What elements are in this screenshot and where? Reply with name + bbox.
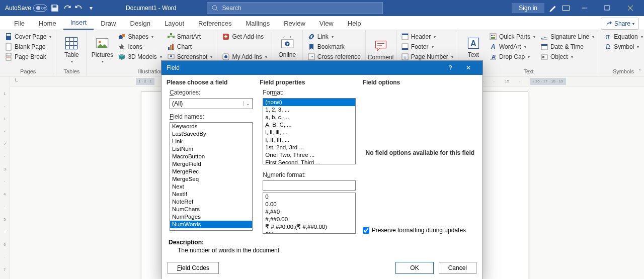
categories-combo[interactable]: (All) ⌄ — [170, 98, 253, 109]
page-break-button[interactable]: Page Break — [3, 52, 53, 61]
save-icon[interactable] — [50, 4, 59, 13]
field-name-item[interactable]: Next — [170, 183, 252, 191]
chevron-down-icon: ⌄ — [243, 101, 250, 106]
header-button[interactable]: Header — [399, 32, 455, 41]
redo-icon[interactable] — [62, 4, 71, 13]
format-item[interactable]: 1, 2, 3, ... — [263, 106, 355, 114]
share-button[interactable]: Share▾ — [601, 18, 639, 30]
chart-button[interactable]: Chart — [166, 42, 214, 51]
svg-point-34 — [224, 55, 227, 58]
blank-page-button[interactable]: Blank Page — [3, 42, 53, 51]
tab-view[interactable]: View — [312, 17, 341, 30]
collapse-ribbon-button[interactable]: ˄ — [638, 68, 641, 74]
equation-button[interactable]: πEquation — [602, 32, 644, 41]
preserve-formatting-checkbox[interactable]: Preserve formatting during updates — [363, 227, 477, 234]
tab-references[interactable]: References — [191, 17, 238, 30]
tab-design[interactable]: Design — [123, 17, 157, 30]
field-name-item[interactable]: Keywords — [170, 123, 252, 130]
sign-in-button[interactable]: Sign in — [512, 3, 544, 13]
format-item[interactable]: A, B, C, ... — [263, 121, 355, 129]
field-name-item[interactable]: NumChars — [170, 206, 252, 213]
quick-parts-button[interactable]: Quick Parts — [488, 32, 537, 41]
format-item[interactable]: One, Two, Three ... — [263, 151, 355, 159]
numeric-format-item[interactable]: 0 — [263, 193, 355, 201]
tab-insert[interactable]: Insert — [63, 16, 94, 30]
undo-icon[interactable] — [74, 4, 84, 13]
smartart-button[interactable]: SmartArt — [166, 32, 214, 41]
field-name-item[interactable]: NumWords — [170, 221, 252, 228]
bookmark-button[interactable]: Bookmark — [306, 42, 362, 51]
date-time-button[interactable]: Date & Time — [539, 42, 596, 51]
table-button[interactable]: Table — [59, 32, 84, 67]
field-name-item[interactable]: MergeSeq — [170, 175, 252, 183]
field-name-item[interactable]: ListNum — [170, 145, 252, 153]
pictures-button[interactable]: Pictures — [90, 32, 114, 67]
field-name-item[interactable]: MergeField — [170, 160, 252, 168]
field-name-item[interactable]: NumPages — [170, 213, 252, 221]
symbol-button[interactable]: ΩSymbol — [602, 42, 644, 51]
ok-button[interactable]: OK — [395, 262, 433, 274]
wordart-button[interactable]: AWordArt — [488, 42, 537, 51]
object-button[interactable]: Object — [539, 52, 596, 61]
numeric-format-item[interactable]: ₹ #,##0.00;(₹ #,##0.00) — [263, 223, 355, 231]
format-item[interactable]: a, b, c, ... — [263, 114, 355, 121]
numeric-format-item[interactable]: 0% — [263, 231, 355, 234]
tab-help[interactable]: Help — [341, 17, 368, 30]
description-text: The number of words in the document — [169, 246, 475, 254]
cover-page-button[interactable]: Cover Page — [3, 32, 53, 41]
minimize-button[interactable] — [575, 0, 594, 16]
ribbon-mode-icon[interactable] — [561, 4, 571, 13]
tab-layout[interactable]: Layout — [157, 17, 191, 30]
cancel-button[interactable]: Cancel — [439, 262, 476, 274]
tab-review[interactable]: Review — [277, 17, 312, 30]
field-name-item[interactable]: NextIf — [170, 191, 252, 198]
format-item[interactable]: First Second, Third ... — [263, 159, 355, 164]
numeric-format-input[interactable] — [263, 180, 355, 191]
icons-button[interactable]: Icons — [116, 42, 163, 51]
get-addins-button[interactable]: Get Add-ins — [220, 32, 268, 41]
tab-mailings[interactable]: Mailings — [239, 17, 277, 30]
field-codes-button[interactable]: Field Codes — [168, 262, 219, 274]
shapes-button[interactable]: Shapes — [116, 32, 163, 41]
numeric-format-listbox[interactable]: 00.00#,##0#,##0.00₹ #,##0.00;(₹ #,##0.00… — [263, 193, 355, 234]
field-name-item[interactable]: MergeRec — [170, 168, 252, 175]
dialog-help-button[interactable]: ? — [441, 64, 459, 71]
numeric-format-item[interactable]: #,##0 — [263, 208, 355, 216]
field-name-item[interactable]: Page — [170, 228, 252, 231]
coming-soon-icon[interactable] — [548, 4, 557, 13]
format-item[interactable]: I, II, III, ... — [263, 136, 355, 144]
maximize-button[interactable] — [598, 0, 617, 16]
numeric-format-item[interactable]: #,##0.00 — [263, 216, 355, 223]
field-name-item[interactable]: MacroButton — [170, 153, 252, 160]
field-name-item[interactable]: NoteRef — [170, 198, 252, 206]
customize-qat-icon[interactable]: ▾ — [87, 4, 96, 13]
svg-rect-41 — [402, 34, 408, 35]
numeric-format-item[interactable]: 0.00 — [263, 201, 355, 208]
field-options-label: Field options — [363, 79, 477, 86]
drop-cap-button[interactable]: ADrop Cap — [488, 52, 537, 61]
tab-home[interactable]: Home — [32, 17, 63, 30]
group-pages: Cover Page Blank Page Page Break Pages — [0, 30, 56, 76]
link-button[interactable]: Link — [306, 32, 362, 41]
signature-line-button[interactable]: Signature Line — [539, 32, 596, 41]
svg-rect-37 — [308, 54, 314, 60]
footer-button[interactable]: Footer — [399, 42, 455, 51]
ribbon-tabs: File Home Insert Draw Design Layout Refe… — [0, 16, 644, 30]
field-name-item[interactable]: Link — [170, 138, 252, 145]
format-item[interactable]: 1st, 2nd, 3rd ... — [263, 144, 355, 151]
field-name-item[interactable]: LastSavedBy — [170, 130, 252, 138]
svg-line-1 — [216, 10, 218, 12]
format-item[interactable]: (none) — [263, 99, 355, 106]
format-listbox[interactable]: (none)1, 2, 3, ...a, b, c, ...A, B, C, .… — [263, 98, 355, 164]
preserve-formatting-input[interactable] — [363, 227, 369, 234]
search-box[interactable]: Search — [207, 2, 383, 14]
tab-draw[interactable]: Draw — [94, 17, 123, 30]
field-names-listbox[interactable]: KeywordsLastSavedByLinkListNumMacroButto… — [170, 122, 253, 231]
close-button[interactable] — [621, 0, 640, 16]
3d-models-button[interactable]: 3D Models — [116, 52, 163, 61]
format-item[interactable]: i, ii, iii, ... — [263, 129, 355, 136]
tab-file[interactable]: File — [7, 17, 32, 30]
dialog-close-button[interactable]: ✕ — [459, 64, 477, 71]
svg-rect-51 — [491, 37, 495, 39]
autosave-toggle[interactable]: AutoSave Off — [5, 5, 47, 12]
